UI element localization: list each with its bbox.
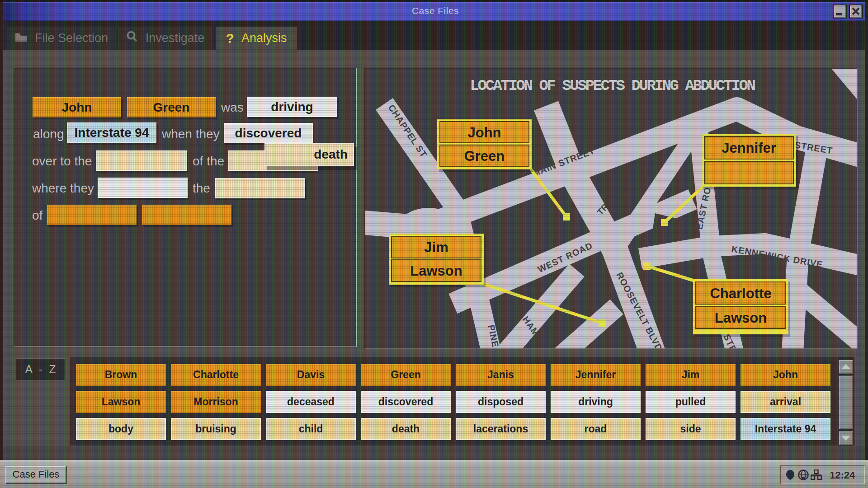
svg-text:LOCATION OF SUSPECTS DURING AB: LOCATION OF SUSPECTS DURING ABDUCTION [470,77,755,94]
svg-text:John: John [467,125,501,141]
svg-text:Jim: Jim [424,239,448,255]
svg-text:Jennifer: Jennifer [722,140,776,156]
svg-text:Lawson: Lawson [410,263,462,279]
svg-text:Green: Green [464,148,505,164]
svg-text:Charlotte: Charlotte [710,286,771,301]
svg-text:Lawson: Lawson [715,310,767,326]
